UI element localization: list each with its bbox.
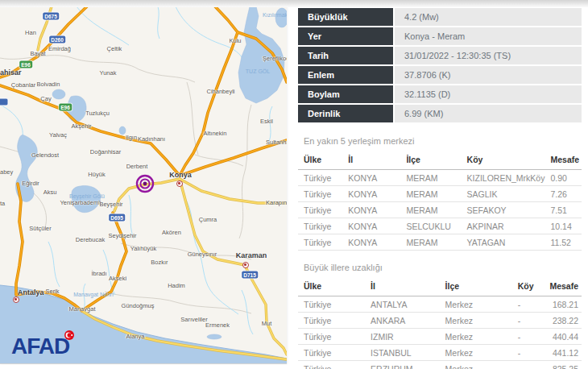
table-row: TürkiyeANKARAMerkez-238.22 (298, 313, 582, 329)
map-label-Akseki: Akseki (109, 275, 126, 282)
table-row: TürkiyeERZURUMMerkez-825.25 (298, 361, 582, 369)
table-cell: - (512, 313, 542, 329)
table-cell: YATAGAN (462, 234, 545, 251)
table-cell: Türkiye (298, 218, 342, 234)
table-cell: AKPINAR (462, 218, 545, 234)
table-row: TürkiyeKONYAMERAMKIZILOREN_MrkKöy0.90 (298, 170, 582, 186)
detail-row: Büyüklük4.2 (Mw) (298, 8, 582, 27)
map-label-Gelendost: Gelendost (31, 151, 59, 159)
map-label-Karapınar: Karapınar (266, 199, 287, 206)
map-label-Beyşehir: Beyşehir (99, 201, 122, 208)
table-cell: - (512, 296, 542, 313)
column-header: Köy (462, 151, 545, 170)
map-label-Derebucak: Derebucak (76, 236, 105, 243)
water-label-Kızılırmak N: Kızılırmak N (263, 12, 287, 18)
table-cell: MERAM (400, 202, 461, 218)
map-label-Akören: Akören (162, 229, 181, 236)
table-cell: ISTANBUL (365, 345, 440, 361)
column-header: Ülke (298, 151, 342, 170)
map-label-Şereflikoçhisar: Şereflikoçhisar (263, 55, 287, 62)
table-cell: 441.12 (542, 345, 582, 361)
table-cell: - (512, 329, 542, 345)
map-label-Eğirdir: Eğirdir (22, 180, 39, 187)
map-labels-layer: HanEmirdağBayatÇeltikYunakÇobanlarBolvad… (0, 0, 287, 363)
map-label-Çeltik: Çeltik (107, 45, 122, 52)
nearest-section-title: En yakın 5 yerleşim merkezi (304, 136, 582, 146)
table-cell: MERAM (400, 186, 461, 202)
map-label-Hüyük: Hüyük (88, 171, 105, 178)
detail-label: Büyüklük (298, 8, 395, 27)
top-shadow-bar (0, 0, 588, 7)
earthquake-detail-table: Büyüklük4.2 (Mw)YerKonya - MeramTarih31/… (298, 8, 582, 124)
table-cell: 7.51 (545, 202, 582, 218)
detail-value: 6.99 (KM) (395, 105, 582, 124)
map-label-Doğanhisar: Doğanhisar (90, 148, 121, 155)
table-cell: SELCUKLU (400, 218, 461, 234)
table-cell: SAGLIK (462, 186, 545, 202)
table-cell: 440.44 (542, 329, 582, 345)
afad-logo-text: AFAD (11, 334, 69, 359)
table-cell: Merkez (440, 329, 512, 345)
table-cell: Türkiye (298, 234, 342, 251)
table-cell: 7.26 (545, 186, 582, 202)
map-label-Sütçüler: Sütçüler (29, 225, 52, 232)
table-cell: 10.14 (545, 218, 582, 234)
table-row: TürkiyeKONYASELCUKLUAKPINAR10.14 (298, 218, 582, 234)
map-label-Bayat: Bayat (30, 50, 45, 57)
table-cell: 11.52 (545, 234, 582, 251)
column-header: İl (342, 151, 400, 170)
table-row: TürkiyeISTANBULMerkez-441.12 (298, 345, 582, 361)
table-cell: Merkez (440, 296, 512, 313)
table-cell: KONYA (342, 186, 400, 202)
detail-value: 37.8706 (K) (395, 66, 582, 85)
detail-row: Derinlik6.99 (KM) (298, 105, 582, 124)
column-header: Köy (512, 278, 542, 296)
map-label-Ermenek: Ermenek (205, 321, 230, 329)
map-label-İbradı: İbradı (91, 270, 106, 277)
detail-value: 31/01/2022 - 12:30:35 (TS) (395, 47, 582, 66)
table-cell: Türkiye (298, 329, 365, 345)
table-cell: Türkiye (298, 202, 342, 218)
table-row: TürkiyeANTALYAMerkez-168.21 (298, 296, 582, 313)
city-distances-table: ÜlkeİlİlçeKöyMesafe TürkiyeANTALYAMerkez… (298, 278, 582, 369)
map-label-Seydişehir: Seydişehir (108, 232, 136, 239)
water-label-Manavgat Nehri: Manavgat Nehri (73, 292, 113, 297)
table-cell: 0.90 (545, 170, 582, 186)
detail-row: Enlem37.8706 (K) (298, 66, 582, 85)
map-label-Güneysınır: Güneysınır (188, 251, 217, 258)
table-cell: 168.21 (542, 296, 582, 313)
map-label-Konya: Konya (169, 171, 192, 179)
road-badge-D695: D695 (109, 214, 125, 222)
column-header: Mesafe (542, 278, 582, 296)
map-label-Gündoğmuş: Gündoğmuş (122, 302, 155, 309)
table-cell: Türkiye (298, 296, 365, 313)
map-label-Manavgat: Manavgat (69, 305, 96, 313)
detail-label: Derinlik (298, 105, 395, 124)
city-icon-Konya (176, 180, 183, 187)
road-badge-D260: D260 (49, 36, 65, 44)
table-row: TürkiyeKONYAMERAMSAGLIK7.26 (298, 186, 582, 202)
table-cell: - (512, 361, 542, 369)
table-cell: ANTALYA (365, 296, 440, 313)
detail-label: Enlem (298, 66, 395, 85)
water-label-Beyşehir Gölü: Beyşehir Gölü (69, 193, 105, 199)
map-label-Yalıhüyük: Yalıhüyük (130, 245, 156, 252)
table-cell: Türkiye (298, 170, 342, 186)
table-cell: Merkez (440, 345, 512, 361)
map-label-Cihanbeyli: Cihanbeyli (206, 88, 234, 95)
table-cell: - (512, 345, 542, 361)
table-cell: Türkiye (298, 361, 365, 369)
map-label-Akşehir: Akşehir (71, 122, 91, 130)
table-cell: IZMIR (365, 329, 440, 345)
map-label-Çobanlar: Çobanlar (11, 81, 35, 89)
afad-logo: AFAD (11, 330, 84, 359)
distances-section-title: Büyük illere uzaklığı (304, 263, 582, 272)
table-cell: KIZILOREN_MrkKöy (462, 170, 545, 186)
detail-row: Tarih31/01/2022 - 12:30:35 (TS) (298, 47, 582, 66)
table-cell: ANKARA (365, 313, 440, 329)
earthquake-map[interactable]: HanEmirdağBayatÇeltikYunakÇobanlarBolvad… (0, 0, 287, 364)
table-cell: KONYA (342, 234, 400, 251)
city-icon-Antalya (13, 296, 19, 303)
column-header: İl (365, 278, 440, 296)
map-label-Sultanhanı: Sultanhanı (266, 139, 287, 146)
